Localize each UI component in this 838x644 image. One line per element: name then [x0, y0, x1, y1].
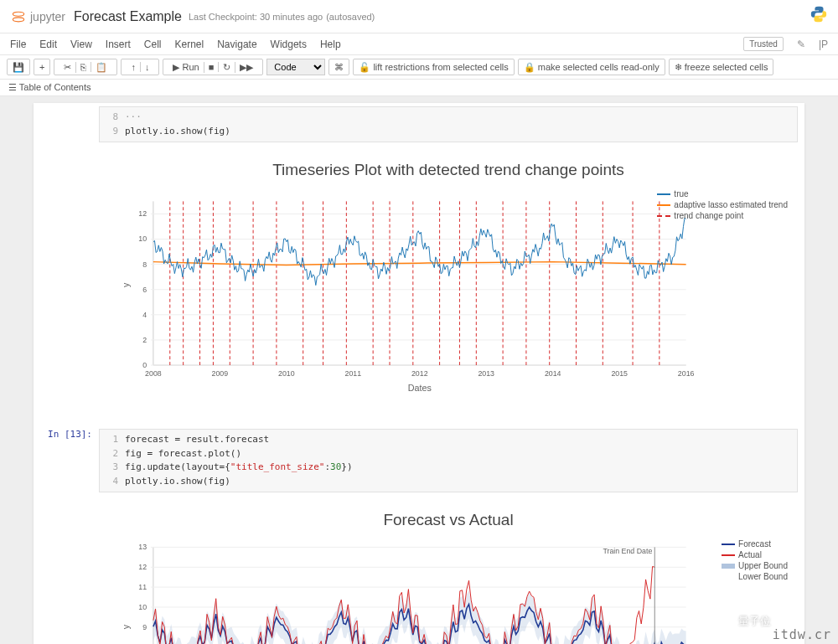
move-up-button[interactable]: ↑ — [127, 62, 141, 72]
python-kernel-icon[interactable] — [810, 5, 828, 28]
code-cell-2[interactable]: In [13]: 1forecast = result.forecast 2fi… — [34, 425, 804, 496]
svg-text:11: 11 — [138, 583, 147, 591]
make-readonly-button[interactable]: 🔒 make selected cells read-only — [518, 59, 665, 75]
chart2-title: Forecast vs Actual — [104, 511, 793, 529]
jupyter-logo[interactable]: jupyter — [10, 8, 65, 25]
svg-text:y: y — [121, 624, 131, 629]
svg-text:10: 10 — [138, 603, 147, 611]
menubar: File Edit View Insert Cell Kernel Naviga… — [0, 33, 838, 55]
notebook-title[interactable]: Forecast Example — [74, 9, 182, 24]
code-cell-1[interactable]: 8··· 9plotly.io.show(fig) — [34, 103, 804, 146]
menu-navigate[interactable]: Navigate — [217, 39, 256, 50]
paste-button[interactable]: 📋 — [91, 62, 111, 73]
chart2-plot[interactable]: 5678910111213 20082010201220142016 Train… — [112, 533, 784, 644]
cut-button[interactable]: ✂ — [59, 62, 76, 73]
chart1-plot[interactable]: 024681012 200820092010201120122013201420… — [112, 183, 784, 400]
svg-text:Train End Date: Train End Date — [603, 547, 652, 555]
svg-text:2009: 2009 — [212, 369, 229, 378]
lift-restrictions-button[interactable]: 🔓 lift restrictions from selected cells — [353, 59, 514, 75]
notebook-header: jupyter Forecast Example Last Checkpoint… — [0, 0, 838, 33]
svg-text:2016: 2016 — [678, 369, 695, 378]
stop-button[interactable]: ■ — [204, 62, 220, 72]
menu-cell[interactable]: Cell — [144, 39, 162, 50]
notebook: 8··· 9plotly.io.show(fig) Timeseries Plo… — [34, 103, 804, 644]
wechat-watermark: 量子位 — [718, 614, 771, 629]
svg-text:10: 10 — [138, 234, 147, 243]
main-toolbar: 💾 + ✂ ⎘ 📋 ↑ ↓ ▶ Run ■ ↻ ▶▶ Code ⌘ 🔓 lift… — [0, 55, 838, 80]
trusted-indicator[interactable]: Trusted — [743, 37, 784, 51]
svg-point-1 — [13, 17, 23, 21]
svg-text:12: 12 — [138, 209, 147, 218]
move-down-button[interactable]: ↓ — [141, 62, 154, 72]
freeze-cells-button[interactable]: ❄ freeze selected cells — [669, 59, 774, 75]
svg-text:12: 12 — [138, 563, 147, 571]
autosave-text: (autosaved) — [326, 12, 375, 22]
add-cell-button[interactable]: + — [34, 59, 50, 75]
svg-text:8: 8 — [142, 260, 147, 269]
svg-text:6: 6 — [142, 286, 147, 294]
jupyter-icon — [10, 8, 27, 25]
jupyter-logo-text: jupyter — [30, 10, 65, 23]
menu-insert[interactable]: Insert — [106, 39, 131, 50]
svg-text:2011: 2011 — [345, 369, 362, 378]
svg-text:2015: 2015 — [611, 369, 628, 378]
svg-text:9: 9 — [142, 623, 147, 631]
output-cell-1: Timeseries Plot with detected trend chan… — [34, 146, 804, 425]
run-button[interactable]: ▶ Run — [168, 62, 204, 73]
save-button[interactable]: 💾 — [7, 59, 30, 75]
svg-text:2: 2 — [142, 336, 147, 344]
svg-text:2010: 2010 — [278, 369, 295, 378]
input-prompt: In [13]: — [40, 429, 99, 492]
svg-text:4: 4 — [142, 311, 147, 319]
svg-text:Dates: Dates — [408, 383, 432, 393]
svg-point-0 — [13, 12, 23, 16]
fast-forward-button[interactable]: ▶▶ — [235, 62, 257, 73]
svg-text:y: y — [121, 282, 131, 287]
chart2-svg: 5678910111213 20082010201220142016 Train… — [112, 533, 784, 644]
restart-button[interactable]: ↻ — [219, 62, 235, 73]
output-cell-2: Forecast vs Actual 5678910111213 2008201… — [34, 496, 804, 644]
cell-type-select[interactable]: Code — [266, 59, 325, 75]
code-editor[interactable]: 8··· 9plotly.io.show(fig) — [99, 106, 798, 142]
svg-text:0: 0 — [142, 361, 147, 369]
svg-text:2012: 2012 — [411, 369, 428, 378]
menu-widgets[interactable]: Widgets — [271, 39, 307, 50]
notebook-container: 8··· 9plotly.io.show(fig) Timeseries Plo… — [0, 96, 838, 644]
svg-text:13: 13 — [138, 543, 147, 551]
menu-kernel[interactable]: Kernel — [175, 39, 204, 50]
chart2-legend: Forecast Actual Upper Bound Lower Bound — [722, 539, 788, 583]
svg-text:2008: 2008 — [145, 369, 162, 378]
table-of-contents-toggle[interactable]: ☰ Table of Contents — [0, 80, 838, 96]
logout-icon[interactable]: |P — [819, 39, 828, 50]
menu-view[interactable]: View — [70, 39, 92, 50]
edit-mode-icon[interactable]: ✎ — [797, 39, 805, 50]
svg-text:2013: 2013 — [478, 369, 494, 378]
svg-text:2014: 2014 — [545, 369, 561, 378]
chart1-legend: true adaptive lasso estimated trend tren… — [657, 189, 788, 222]
wechat-icon — [718, 614, 733, 629]
menu-help[interactable]: Help — [320, 39, 341, 50]
url-watermark: itdw.cr — [773, 627, 831, 642]
checkpoint-text: Last Checkpoint: 30 minutes ago — [189, 12, 323, 22]
copy-button[interactable]: ⎘ — [76, 62, 91, 72]
code-text: plotly.io.show(fig) — [125, 125, 230, 139]
menu-edit[interactable]: Edit — [39, 39, 57, 50]
code-editor[interactable]: 1forecast = result.forecast 2fig = forec… — [99, 429, 798, 492]
menu-file[interactable]: File — [10, 39, 26, 50]
chart1-title: Timeseries Plot with detected trend chan… — [104, 161, 793, 179]
command-palette-button[interactable]: ⌘ — [328, 59, 349, 75]
